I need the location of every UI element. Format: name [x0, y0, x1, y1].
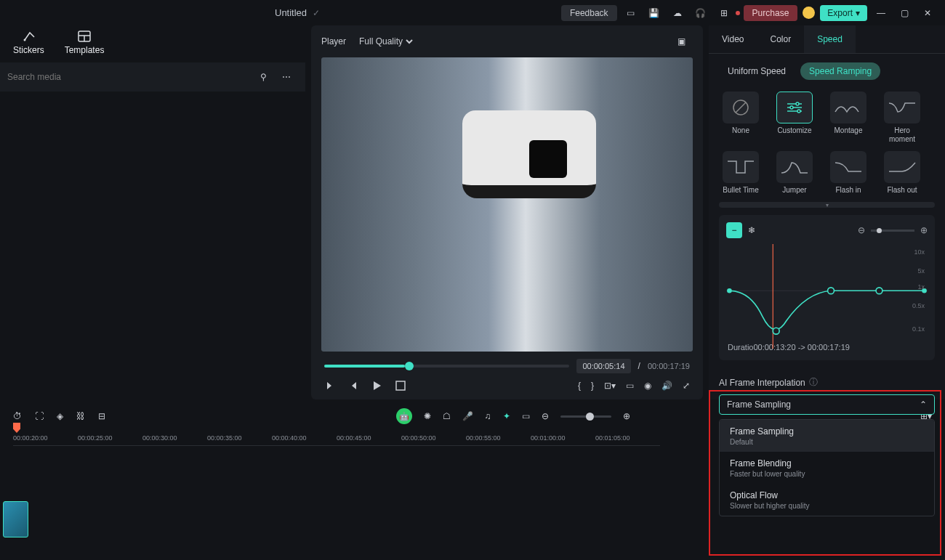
- svg-point-17: [828, 288, 835, 294]
- stickers-tab[interactable]: Stickers: [13, 30, 44, 55]
- zoom-in-curve[interactable]: ⊕: [920, 225, 928, 235]
- tab-speed[interactable]: Speed: [804, 25, 856, 53]
- flashin-icon: [834, 158, 863, 176]
- shield-icon[interactable]: ☖: [443, 411, 451, 421]
- info-icon[interactable]: ⓘ: [809, 376, 818, 389]
- preset-none[interactable]: [723, 92, 759, 123]
- flashout-icon: [888, 158, 917, 176]
- caption-icon[interactable]: ▭: [522, 411, 530, 421]
- filter-icon[interactable]: ⚲: [254, 68, 272, 86]
- preset-hero-moment[interactable]: [884, 92, 920, 123]
- speed-curve-panel: − ❄ ⊖ ⊕ 10x 5x: [719, 215, 935, 360]
- mark-out-icon[interactable]: }: [591, 381, 594, 391]
- fullscreen-icon[interactable]: ⤢: [683, 381, 690, 391]
- player-panel: Player Full Quality ▣ 00:00:05:14 / 00:0…: [311, 25, 703, 399]
- player-label: Player: [321, 36, 346, 46]
- stop-button[interactable]: [394, 379, 407, 392]
- next-frame-button[interactable]: [347, 379, 361, 392]
- preset-bullet-time[interactable]: [723, 151, 759, 183]
- preset-montage[interactable]: [830, 92, 866, 123]
- more-icon[interactable]: ⋯: [278, 68, 295, 86]
- svg-line-6: [736, 102, 746, 113]
- speed-curve-editor[interactable]: 10x 5x 1x 0.5x 0.1x: [726, 244, 928, 338]
- scrubber[interactable]: [324, 365, 569, 368]
- camera-icon[interactable]: ◉: [644, 381, 651, 391]
- cloud-icon[interactable]: ☁: [669, 4, 686, 22]
- avatar[interactable]: [803, 7, 815, 19]
- maximize-icon[interactable]: ▢: [896, 4, 913, 22]
- title-bar: Untitled ✓ Feedback ▭ 💾 ☁ 🎧 ⊞ Purchase E…: [0, 0, 945, 25]
- link-icon[interactable]: ⛓: [76, 411, 85, 421]
- prev-frame-button[interactable]: [324, 379, 337, 392]
- music-icon[interactable]: ♫: [485, 411, 491, 421]
- minimize-icon[interactable]: —: [872, 4, 890, 22]
- tab-video[interactable]: Video: [709, 25, 757, 53]
- customize-icon: [784, 100, 805, 115]
- timer-icon[interactable]: ⏱: [13, 411, 22, 421]
- expand-presets[interactable]: ▾: [719, 202, 935, 208]
- freeze-icon[interactable]: ❄: [748, 225, 755, 235]
- subtab-uniform-speed[interactable]: Uniform Speed: [719, 62, 795, 80]
- quality-select[interactable]: Full Quality: [356, 36, 415, 47]
- chevron-down-icon: ▾: [856, 8, 860, 18]
- svg-point-16: [773, 328, 779, 334]
- save-icon[interactable]: 💾: [646, 4, 663, 22]
- split-icon[interactable]: ⊟: [98, 411, 105, 421]
- remove-keyframe-button[interactable]: −: [726, 222, 742, 238]
- preset-flash-out[interactable]: [884, 151, 920, 183]
- play-button[interactable]: [371, 379, 384, 392]
- ai-button[interactable]: 🤖: [396, 408, 412, 424]
- timeline-ruler[interactable]: 00:00:20:00 00:00:25:00 00:00:30:00 00:0…: [0, 433, 945, 443]
- svg-point-11: [790, 106, 793, 109]
- preset-jumper[interactable]: [776, 151, 813, 183]
- option-frame-blending[interactable]: Frame BlendingFaster but lower quality: [720, 452, 934, 484]
- saved-check-icon: ✓: [313, 8, 320, 18]
- mark-in-icon[interactable]: {: [578, 381, 581, 391]
- feedback-button[interactable]: Feedback: [561, 5, 617, 21]
- timeline-clip[interactable]: [3, 501, 28, 537]
- subtab-speed-ramping[interactable]: Speed Ramping: [800, 62, 880, 80]
- total-time: 00:00:17:19: [648, 362, 690, 370]
- svg-point-0: [24, 39, 26, 41]
- headset-icon[interactable]: 🎧: [692, 4, 709, 22]
- close-icon[interactable]: ✕: [919, 4, 936, 22]
- stickers-icon: [21, 30, 36, 43]
- snapshot-icon[interactable]: ▣: [672, 33, 690, 50]
- ai-interpolation-select[interactable]: Frame Sampling ⌃: [719, 394, 935, 415]
- svg-rect-4: [396, 381, 405, 390]
- sparkle-icon[interactable]: ✦: [503, 411, 510, 421]
- zoom-out-curve[interactable]: ⊖: [858, 225, 865, 235]
- svg-point-10: [796, 102, 799, 105]
- chevron-up-icon: ⌃: [920, 399, 927, 410]
- display-icon[interactable]: ▭: [622, 4, 640, 22]
- preset-flash-in[interactable]: [830, 151, 866, 183]
- purchase-button[interactable]: Purchase: [744, 5, 798, 21]
- svg-point-12: [797, 110, 800, 113]
- inspector-panel: Video Color Speed Uniform Speed Speed Ra…: [709, 25, 945, 399]
- curve-zoom-slider[interactable]: [871, 230, 914, 232]
- apps-icon[interactable]: ⊞: [715, 4, 733, 22]
- montage-icon: [834, 99, 863, 116]
- mic-icon[interactable]: 🎤: [462, 411, 473, 421]
- tag-icon[interactable]: ◈: [57, 411, 63, 421]
- search-input[interactable]: [7, 72, 252, 82]
- tab-color[interactable]: Color: [757, 25, 804, 53]
- effect-icon[interactable]: ✺: [424, 411, 431, 421]
- export-button[interactable]: Export▾: [820, 5, 867, 21]
- preset-customize[interactable]: [776, 92, 813, 123]
- ai-frame-interpolation-section: AI Frame Interpolationⓘ Frame Sampling ⌃…: [712, 370, 942, 519]
- bullet-icon: [726, 158, 755, 176]
- timeline-zoom-slider[interactable]: [560, 415, 611, 418]
- templates-tab[interactable]: Templates: [65, 30, 105, 55]
- screen-icon[interactable]: ▭: [626, 381, 634, 391]
- left-panel: Stickers Templates ⚲ ⋯: [0, 25, 305, 399]
- zoom-out-timeline[interactable]: ⊖: [542, 411, 549, 421]
- templates-icon: [77, 30, 92, 43]
- option-optical-flow[interactable]: Optical FlowSlower but higher quality: [720, 484, 934, 516]
- zoom-in-timeline[interactable]: ⊕: [623, 411, 630, 421]
- preview-viewport[interactable]: [321, 57, 693, 352]
- ratio-icon[interactable]: ⊡▾: [604, 381, 616, 391]
- crop-icon[interactable]: ⛶: [35, 411, 44, 421]
- volume-icon[interactable]: 🔊: [662, 381, 672, 391]
- project-title: Untitled: [275, 7, 307, 18]
